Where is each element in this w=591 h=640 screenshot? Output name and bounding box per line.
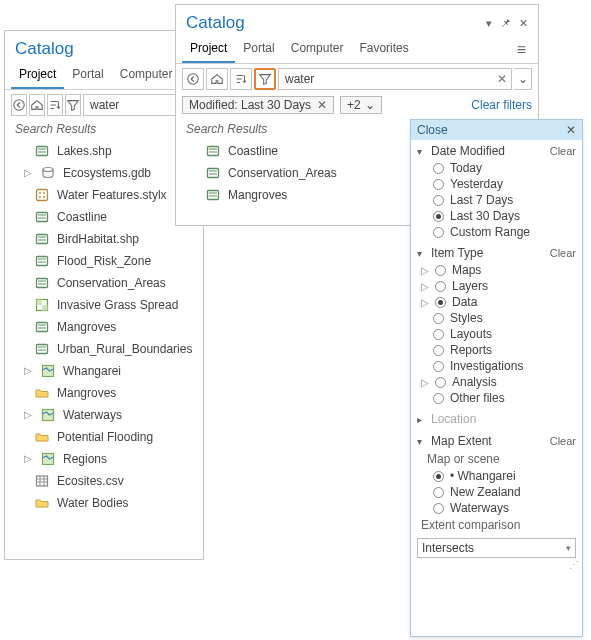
list-item[interactable]: Coastline [9,206,199,228]
filter-chip-modified[interactable]: Modified: Last 30 Days ✕ [182,96,334,114]
svg-point-2 [43,168,53,172]
chevron-right-icon[interactable]: ▸ [417,414,427,425]
filter-option[interactable]: Investigations [417,358,576,374]
expander-icon[interactable]: ▷ [23,362,33,380]
menu-button[interactable]: ≡ [511,37,532,63]
chevron-down-icon[interactable]: ▾ [417,146,427,157]
tab-computer[interactable]: Computer [112,63,181,89]
filter-option[interactable]: • Whangarei [417,468,576,484]
list-item[interactable]: Water Features.stylx [9,184,199,206]
search-input[interactable] [283,71,493,87]
list-item[interactable]: Ecosites.csv [9,470,199,492]
radio-icon [433,163,444,174]
close-icon[interactable]: ✕ [566,123,576,137]
expander-icon[interactable]: ▷ [421,281,429,292]
select-value: Intersects [422,541,474,555]
home-button[interactable] [29,94,45,116]
layer-icon [204,187,222,203]
list-item[interactable]: ▷Regions [9,448,199,470]
list-item[interactable]: ▷Ecosystems.gdb [9,162,199,184]
clear-filters-link[interactable]: Clear filters [471,98,532,112]
close-icon[interactable]: ✕ [519,17,528,30]
chevron-down-icon[interactable]: ▾ [417,436,427,447]
section-title: Item Type [431,246,483,260]
list-item[interactable]: Flood_Risk_Zone [9,250,199,272]
list-item[interactable]: Invasive Grass Spread [9,294,199,316]
list-item[interactable]: Water Bodies [9,492,199,514]
tab-bar: Project Portal Computer Favorites ≡ [176,37,538,64]
search-dropdown[interactable]: ⌄ [514,68,532,90]
filter-option[interactable]: Custom Range [417,224,576,240]
tab-computer[interactable]: Computer [283,37,352,63]
folder-icon [33,429,51,445]
option-label: Investigations [450,359,523,373]
back-button[interactable] [182,68,204,90]
chevron-down-icon: ⌄ [365,98,375,112]
home-button[interactable] [206,68,228,90]
filter-option[interactable]: Today [417,160,576,176]
map-icon [39,363,57,379]
layer-icon [33,341,51,357]
filter-option[interactable]: Styles [417,310,576,326]
filter-option[interactable]: Yesterday [417,176,576,192]
tab-project[interactable]: Project [11,63,64,89]
layer-icon [33,231,51,247]
filter-option[interactable]: New Zealand [417,484,576,500]
list-item[interactable]: Lakes.shp [9,140,199,162]
dropdown-icon[interactable]: ▾ [486,17,492,30]
clear-search-icon[interactable]: ✕ [497,72,507,86]
option-label: Yesterday [450,177,503,191]
option-label: Custom Range [450,225,530,239]
tab-favorites[interactable]: Favorites [351,37,416,63]
list-item[interactable]: Conservation_Areas [9,272,199,294]
list-item[interactable]: ▷Whangarei [9,360,199,382]
expander-icon[interactable]: ▷ [23,406,33,424]
pin-icon[interactable]: 📌︎ [500,17,511,30]
list-item[interactable]: Mangroves [9,316,199,338]
filter-option[interactable]: Reports [417,342,576,358]
clear-link[interactable]: Clear [550,145,576,157]
table-icon [33,473,51,489]
filter-chip-more[interactable]: +2 ⌄ [340,96,382,114]
tab-portal[interactable]: Portal [235,37,282,63]
list-item[interactable]: ▷Waterways [9,404,199,426]
tab-project[interactable]: Project [182,37,235,63]
filter-button[interactable] [254,68,276,90]
filter-option[interactable]: Layouts [417,326,576,342]
sort-button[interactable] [47,94,63,116]
list-item[interactable]: Mangroves [9,382,199,404]
clear-link[interactable]: Clear [550,247,576,259]
remove-chip-icon[interactable]: ✕ [317,98,327,112]
back-button[interactable] [11,94,27,116]
filter-option[interactable]: Last 30 Days [417,208,576,224]
filter-option[interactable]: Waterways [417,500,576,516]
expander-icon[interactable]: ▷ [421,265,429,276]
list-item[interactable]: Potential Flooding [9,426,199,448]
search-box[interactable]: ✕ [278,68,512,90]
popup-close-button[interactable]: Close [417,123,448,137]
resize-grip[interactable]: ⋰ [569,561,582,570]
tab-portal[interactable]: Portal [64,63,111,89]
folder-icon [33,495,51,511]
filter-button[interactable] [65,94,81,116]
expander-icon[interactable]: ▷ [23,164,33,182]
list-item[interactable]: Urban_Rural_Boundaries [9,338,199,360]
gdb-icon [39,165,57,181]
svg-rect-10 [37,257,48,266]
list-item[interactable]: BirdHabitat.shp [9,228,199,250]
filter-option[interactable]: ▷Layers [417,278,576,294]
expander-icon[interactable]: ▷ [23,450,33,468]
chevron-down-icon[interactable]: ▾ [417,248,427,259]
filter-option[interactable]: Last 7 Days [417,192,576,208]
sort-button[interactable] [230,68,252,90]
expander-icon[interactable]: ▷ [421,297,429,308]
svg-rect-3 [37,190,48,201]
expander-icon[interactable]: ▷ [421,377,429,388]
filter-option[interactable]: ▷Analysis [417,374,576,390]
item-label: Whangarei [63,362,121,380]
filter-option[interactable]: ▷Maps [417,262,576,278]
clear-link[interactable]: Clear [550,435,576,447]
filter-option[interactable]: ▷Data [417,294,576,310]
extent-comparison-select[interactable]: Intersects ▾ [417,538,576,558]
filter-option[interactable]: Other files [417,390,576,406]
